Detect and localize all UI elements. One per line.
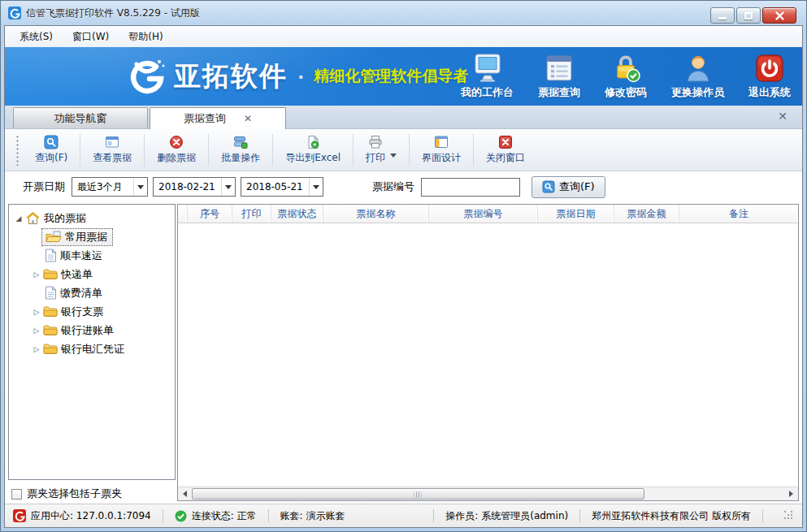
tab-close-icon[interactable]: ✕ [244,113,252,124]
ticket-table: 序号 打印 票据状态 票据名称 票据编号 票据日期 票据金额 备注 [177,204,799,501]
brand-banner: 亚拓软件 · 精细化管理软件倡导者 我的工作台 [5,47,802,106]
expander-open-icon[interactable]: ◢ [14,214,24,223]
tree-item-payment[interactable]: 缴费清单 [9,283,175,302]
chevron-down-icon[interactable] [390,154,397,158]
maximize-button[interactable] [736,7,761,24]
copyright-text: 郑州亚拓软件科技有限公司 版权所有 [592,509,751,523]
app-window: 信管飞票据打印软件 V8.5.229 - 试用版 系统(S) 窗口(W) 帮助(… [0,0,807,532]
menu-window[interactable]: 窗口(W) [64,28,117,46]
selected-tree-item[interactable]: 常用票据 [41,228,113,246]
toolbar: 查询(F) 查看票据 删除票据 批量操作 [5,128,802,171]
close-window-button[interactable]: 关闭窗口 [476,132,535,168]
brand-logo-icon [124,56,166,97]
workbench-button[interactable]: 我的工作台 [461,54,514,100]
toolbar-separator [473,134,474,167]
table-body[interactable] [178,223,798,487]
checkbox-unchecked[interactable] [11,489,22,500]
lock-icon [611,54,641,83]
print-button[interactable]: 打印 [356,132,406,168]
export-excel-button[interactable]: 导出到Excel [276,132,350,168]
monitor-icon [471,54,504,83]
include-subfolder-option[interactable]: 票夹选择包括子票夹 [11,487,122,501]
invoice-date-label: 开票日期 [23,179,65,194]
change-password-button[interactable]: 修改密码 [605,54,647,100]
expander-closed-icon[interactable]: ▷ [32,308,41,316]
column-date[interactable]: 票据日期 [538,205,614,223]
client-area: 系统(S) 窗口(W) 帮助(H) 亚拓软件 · 精细化管理软件倡导者 [4,25,803,528]
ui-design-button[interactable]: 界面设计 [412,132,471,168]
column-remark[interactable]: 备注 [679,205,798,223]
status-separator [433,509,434,522]
toolbar-separator [144,134,145,167]
maximize-icon [744,12,753,19]
ticket-number-input[interactable] [421,178,520,197]
connection-status: 连接状态: 正常 [175,509,257,523]
column-name[interactable]: 票据名称 [323,205,429,223]
scroll-right-button[interactable] [784,487,798,500]
folder-tree: ◢ 我的票据 常用票据 [8,204,176,480]
expander-closed-icon[interactable]: ▷ [32,270,41,279]
horizontal-scrollbar[interactable] [178,487,798,500]
status-separator [268,509,269,522]
batch-operation-button[interactable]: 批量操作 [211,132,270,168]
tree-item-common[interactable]: 常用票据 [9,227,175,246]
delete-ticket-button[interactable]: 删除票据 [147,132,206,168]
menu-help[interactable]: 帮助(H) [120,28,171,46]
open-folder-icon [46,231,62,244]
tree-item-root[interactable]: ◢ 我的票据 [9,209,175,227]
excel-export-icon [306,135,320,149]
title-bar[interactable]: 信管飞票据打印软件 V8.5.229 - 试用版 [1,1,806,25]
chevron-down-icon [225,185,232,189]
column-seq[interactable]: 序号 [188,205,232,223]
query-button[interactable]: 查询(F) [25,132,77,168]
close-window-icon [498,135,513,149]
row-indicator-column [178,205,188,223]
exit-system-button[interactable]: 退出系统 [748,54,791,100]
operator-status: 操作员: 系统管理员(admin) [445,509,568,523]
toolbar-grip[interactable] [16,135,19,166]
resize-grip[interactable] [784,511,794,521]
toolbar-separator [353,134,354,167]
app-center-icon [13,509,26,522]
date-range-select[interactable]: 最近3个月 [72,177,148,197]
ticket-number-label: 票据编号 [372,179,414,194]
tree-item-deposit[interactable]: ▷ 银行进账单 [9,321,175,340]
home-icon [25,211,41,225]
expander-closed-icon[interactable]: ▷ [32,327,41,335]
scroll-left-button[interactable] [178,487,192,500]
column-status[interactable]: 票据状态 [271,205,323,223]
main-area: ◢ 我的票据 常用票据 [5,202,802,504]
filter-query-button[interactable]: 查询(F) [531,176,605,198]
minimize-button[interactable] [710,7,735,24]
search-icon [542,180,555,193]
column-amount[interactable]: 票据金额 [614,205,679,223]
window-form-icon [105,135,119,149]
date-to-select[interactable]: 2018-05-21 [241,177,323,197]
ok-check-icon [175,510,187,522]
tab-ticket-query[interactable]: 票据查询 ✕ [150,107,286,129]
tree-item-check[interactable]: ▷ 银行支票 [9,302,175,321]
user-icon [684,54,712,83]
view-ticket-button[interactable]: 查看票据 [83,132,141,168]
panel-close-icon[interactable]: ✕ [778,110,787,123]
toolbar-separator [409,134,410,167]
document-icon [45,249,57,262]
layout-design-icon [434,135,449,149]
ticket-query-button[interactable]: 票据查询 [538,54,580,100]
minimize-icon [718,17,727,19]
account-set-status: 账套: 演示账套 [280,509,345,523]
menu-system[interactable]: 系统(S) [11,28,61,46]
tree-item-sf[interactable]: 顺丰速运 [9,246,175,265]
printer-icon [368,135,383,149]
expander-closed-icon[interactable]: ▷ [32,345,41,353]
close-button[interactable] [762,7,796,24]
column-print[interactable]: 打印 [232,205,271,223]
menu-bar: 系统(S) 窗口(W) 帮助(H) [5,26,802,47]
change-operator-button[interactable]: 更换操作员 [671,54,724,100]
date-from-select[interactable]: 2018-02-21 [153,177,236,197]
tab-nav-window[interactable]: 功能导航窗 [13,107,148,128]
tree-item-express[interactable]: ▷ 快递单 [9,265,175,283]
tree-item-wire[interactable]: ▷ 银行电汇凭证 [9,340,175,358]
scrollbar-thumb[interactable] [192,488,644,500]
column-number[interactable]: 票据编号 [429,205,538,223]
